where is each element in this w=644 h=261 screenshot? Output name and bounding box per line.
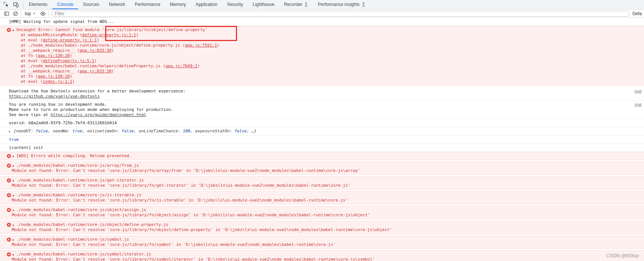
csdn-watermark: CSDN @l00lup: [606, 253, 639, 258]
source-link-vue[interactable]: vue: [634, 89, 642, 94]
error-circle-x-icon: [7, 178, 11, 183]
devtools-tab-bar: Elements Console Sources Network Perform…: [0, 0, 644, 10]
log-row-result-true: true: [0, 136, 644, 144]
source-link[interactable]: define-property.js:1:1: [82, 33, 136, 37]
log-row-vue-devtools: Download the Vue Devtools extension for …: [0, 87, 644, 101]
error-message-line: ▶ Uncaught Error: Cannot find module 'co…: [3, 27, 641, 33]
stack-frame: at fn (app.js:130:20): [3, 74, 641, 79]
stack-frame: at ./node_modules/babel-runtime/helpers/…: [3, 64, 641, 69]
chevron-down-icon: ▼: [33, 12, 36, 15]
error-row-module: ▶ ./node_modules/babel-runtime/core-js/g…: [0, 176, 644, 190]
vue-devtools-link[interactable]: https://github.com/vuejs/vue-devtools: [9, 94, 100, 99]
tab-console[interactable]: Console: [52, 0, 78, 9]
tab-application[interactable]: Application: [191, 0, 222, 9]
log-row-content-init: [content] init: [0, 144, 644, 152]
inspect-cursor-icon[interactable]: [1, 0, 11, 9]
expand-arrow-icon[interactable]: ▶: [13, 28, 14, 33]
stack-frame: at __webpack_require__ (app.js:833:30): [3, 69, 641, 74]
error-row-wds: ▶ [WDS] Errors while compiling. Reload p…: [0, 152, 644, 160]
error-row-module: ▶ ./node_modules/babel-runtime/core-js/s…: [0, 250, 644, 261]
javascript-context-selector[interactable]: top ▼: [22, 11, 39, 16]
log-levels-dropdown[interactable]: Defa: [633, 11, 642, 16]
error-circle-x-icon: [7, 193, 11, 197]
error-row-module: ▶ ./node_modules/babel-runtime/core-js/a…: [0, 162, 644, 175]
log-row-userid: userid: b8a2adb9-93f9-725b-7bf4-63112601…: [0, 119, 644, 127]
toolbar-separator: [23, 2, 23, 8]
error-row-module: ▶ ./node_modules/babel-runtime/core-js/s…: [0, 235, 644, 249]
stack-frame: at webpackMissingModule (define-property…: [3, 33, 641, 38]
toolbar-separator: [21, 11, 21, 17]
panel-tabs: Elements Console Sources Network Perform…: [24, 0, 370, 9]
expand-arrow-icon[interactable]: ▶: [13, 252, 14, 257]
console-messages: [HMR] Waiting for update signal from WDS…: [0, 18, 644, 261]
error-row-module: ▶ ./node_modules/babel-runtime/core-js/o…: [0, 206, 644, 219]
error-circle-x-icon: [7, 208, 11, 212]
filter-input[interactable]: [51, 11, 630, 17]
expand-arrow-icon[interactable]: ▶: [13, 208, 14, 213]
stack-frame: at eval (defineProperty.js:5:1): [3, 58, 641, 64]
log-row-hmr: [HMR] Waiting for update signal from WDS…: [0, 18, 644, 26]
toolbar-separator: [48, 11, 49, 17]
source-link[interactable]: app.js:833:30: [80, 69, 111, 74]
experiment-flask-icon: [304, 2, 308, 7]
log-row-vue-mode: You are running Vue in development mode.…: [0, 101, 644, 119]
object-preview: {needUT: false, needWa: true, onlinetime…: [14, 129, 257, 133]
error-row-uncaught: ▶ Uncaught Error: Cannot find module 'co…: [0, 26, 644, 86]
console-toolbar: top ▼ Defa: [0, 10, 644, 18]
tabbar-icon-group: [0, 0, 22, 9]
source-link[interactable]: app.js:7591:1: [185, 43, 217, 48]
expand-arrow-icon[interactable]: ▶: [9, 129, 10, 134]
show-console-sidebar-icon[interactable]: [2, 10, 11, 17]
tab-lighthouse[interactable]: Lighthouse: [248, 0, 279, 9]
stack-frame: at fn (app.js:130:20): [3, 53, 641, 58]
error-circle-x-icon: [7, 163, 11, 168]
tab-performance-insights[interactable]: Performance insights: [313, 0, 370, 9]
source-link[interactable]: index.js:1:1: [43, 79, 72, 84]
tab-security[interactable]: Security: [222, 0, 248, 9]
tab-elements[interactable]: Elements: [24, 0, 52, 9]
vue-deployment-link[interactable]: https://vuejs.org/guide/deployment.html: [51, 112, 146, 117]
source-link[interactable]: app.js:130:20: [38, 74, 70, 79]
tab-sources[interactable]: Sources: [78, 0, 104, 9]
device-toolbar-icon[interactable]: [11, 0, 21, 9]
source-link[interactable]: define-property.js:1:1: [43, 38, 97, 43]
source-link[interactable]: app.js:7649:1: [166, 64, 197, 68]
clear-console-icon[interactable]: [11, 10, 20, 17]
source-link[interactable]: defineProperty.js:5:1: [43, 58, 94, 63]
error-circle-x-icon: [7, 28, 11, 32]
error-circle-x-icon: [7, 252, 11, 257]
error-circle-x-icon: [7, 223, 11, 227]
expand-arrow-icon[interactable]: ▶: [13, 154, 14, 159]
source-link[interactable]: app.js:130:20: [38, 53, 70, 58]
expand-arrow-icon[interactable]: ▶: [13, 193, 14, 198]
create-live-expression-icon[interactable]: [39, 10, 47, 17]
tab-recorder[interactable]: Recorder: [279, 0, 313, 9]
stack-frame: at __webpack_require__ (app.js:833:30): [3, 48, 641, 53]
log-row-object-preview: ▶{needUT: false, needWa: true, onlinetim…: [0, 127, 644, 136]
expand-arrow-icon[interactable]: ▶: [13, 179, 14, 183]
experiment-flask-icon: [361, 2, 366, 7]
error-row-module: ▶ ./node_modules/babel-runtime/core-js/o…: [0, 221, 644, 234]
expand-arrow-icon[interactable]: ▶: [13, 238, 14, 243]
tab-performance[interactable]: Performance: [130, 0, 165, 9]
stack-frame: at eval (define-property.js:1:1): [3, 38, 641, 43]
stack-frame: at eval (index.js:1:1): [3, 79, 641, 84]
expand-arrow-icon[interactable]: ▶: [13, 164, 14, 169]
stack-frame: at ./node_modules/babel-runtime/core-js/…: [3, 43, 641, 48]
error-circle-x-icon: [7, 237, 11, 242]
source-link-vue[interactable]: vue: [634, 102, 642, 107]
source-link[interactable]: app.js:833:30: [80, 48, 111, 53]
error-row-module: ▶ ./node_modules/babel-runtime/core-js/i…: [0, 191, 644, 204]
expand-arrow-icon[interactable]: ▶: [13, 223, 14, 228]
tab-memory[interactable]: Memory: [165, 0, 191, 9]
error-circle-x-icon: [7, 154, 11, 158]
tab-network[interactable]: Network: [104, 0, 130, 9]
